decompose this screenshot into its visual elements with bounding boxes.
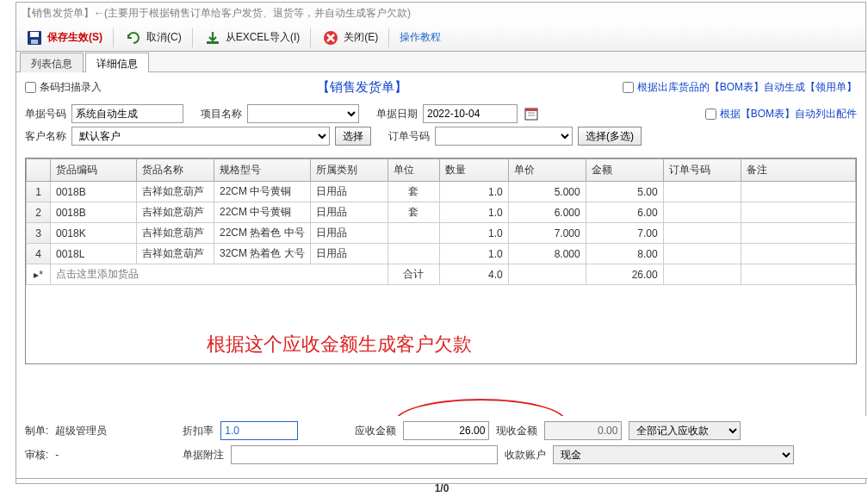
- recv-amount-input[interactable]: [403, 421, 489, 440]
- discount-label: 折扣率: [183, 424, 214, 438]
- svg-rect-6: [525, 109, 537, 111]
- proj-select[interactable]: [247, 104, 359, 123]
- svg-rect-3: [207, 41, 219, 44]
- bom-auto-checkbox[interactable]: 根据出库货品的【BOM表】自动生成【领用单】: [623, 80, 857, 95]
- bom-parts-link[interactable]: 根据【BOM表】自动列出配件: [705, 107, 857, 121]
- recv-label: 应收金额: [355, 424, 396, 438]
- import-icon: [203, 28, 222, 47]
- toolbar: 保存生效(S) 取消(C) 从EXCEL导入(I) 关闭(E) 操作教程: [16, 24, 865, 52]
- table-row[interactable]: 30018K吉祥如意葫芦22CM 热着色 中号日用品1.07.0007.00: [27, 223, 856, 244]
- cust-select-button[interactable]: 选择: [335, 127, 371, 146]
- close-button[interactable]: 关闭(E): [316, 27, 383, 49]
- auditor-value: -: [55, 449, 176, 461]
- paid-label: 现收金额: [496, 424, 537, 438]
- acct-label: 收款账户: [505, 448, 546, 463]
- paid-amount-input: [544, 421, 622, 440]
- cust-label: 客户名称: [25, 129, 66, 144]
- table-row[interactable]: 40018L吉祥如意葫芦32CM 热着色 大号日用品1.08.0008.00: [27, 244, 856, 264]
- order-no-label: 订单号码: [388, 129, 430, 144]
- import-button[interactable]: 从EXCEL导入(I): [198, 27, 306, 49]
- scan-checkbox[interactable]: 条码扫描录入: [25, 80, 102, 95]
- doc-date-input[interactable]: [423, 104, 518, 123]
- close-icon: [321, 28, 340, 47]
- calendar-icon[interactable]: [523, 105, 540, 122]
- window-title: 【销售发货单】←(主要用于根据销售订单给客户发货、退货等，并自动生成客户欠款): [16, 3, 865, 24]
- discount-input[interactable]: [220, 421, 298, 440]
- pager: 1/0: [16, 479, 867, 498]
- add-total-row[interactable]: ▸*点击这里添加货品合计4.026.00: [27, 264, 856, 285]
- doc-no-input[interactable]: [71, 104, 183, 123]
- grid-header-row: 货品编码 货品名称 规格型号 所属类别 单位 数量 单价 金额 订单号码 备注: [27, 159, 856, 182]
- doc-no-label: 单据号码: [25, 107, 66, 121]
- paid-type-select[interactable]: 全部记入应收款: [629, 421, 741, 440]
- tab-list[interactable]: 列表信息: [20, 53, 84, 72]
- svg-rect-2: [31, 40, 38, 44]
- table-row[interactable]: 10018B吉祥如意葫芦22CM 中号黄铜日用品套1.05.0005.00: [27, 182, 856, 202]
- items-grid[interactable]: 货品编码 货品名称 规格型号 所属类别 单位 数量 单价 金额 订单号码 备注 …: [25, 158, 857, 364]
- cust-select[interactable]: 默认客户: [71, 127, 330, 146]
- save-icon: [25, 28, 44, 47]
- order-multi-select-button[interactable]: 选择(多选): [578, 127, 642, 146]
- footer: 制单: 超级管理员 折扣率 应收金额 现收金额 全部记入应收款 审核: - 单据…: [16, 416, 867, 479]
- save-button[interactable]: 保存生效(S): [20, 27, 108, 49]
- remark-label: 单据附注: [183, 448, 224, 463]
- undo-icon: [124, 28, 143, 47]
- proj-label: 项目名称: [201, 107, 242, 121]
- doc-date-label: 单据日期: [376, 107, 418, 121]
- order-no-select[interactable]: [435, 127, 573, 146]
- remark-input[interactable]: [231, 445, 498, 464]
- maker-value: 超级管理员: [55, 424, 176, 438]
- tab-detail[interactable]: 详细信息: [85, 53, 149, 72]
- svg-rect-1: [30, 32, 39, 37]
- page-title: 【销售发货单】: [317, 79, 407, 96]
- tabs: 列表信息 详细信息: [16, 52, 865, 72]
- cancel-button[interactable]: 取消(C): [119, 27, 187, 49]
- maker-label: 制单:: [25, 424, 48, 438]
- auditor-label: 审核:: [25, 448, 48, 463]
- acct-select[interactable]: 现金: [553, 445, 794, 464]
- help-link[interactable]: 操作教程: [394, 28, 446, 47]
- table-row[interactable]: 20018B吉祥如意葫芦22CM 中号黄铜日用品套1.06.0006.00: [27, 202, 856, 223]
